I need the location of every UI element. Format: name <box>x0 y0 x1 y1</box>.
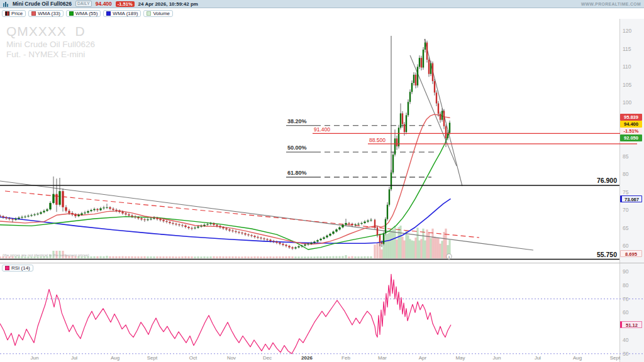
axis-badge-8.695: 8.695 <box>620 250 642 257</box>
svg-text:115: 115 <box>623 46 631 52</box>
x-axis-label-Aug: Aug <box>573 355 582 361</box>
indicator-legend-bar: PriceWMA (33)WMA (55)WMA (189)Volume <box>0 8 644 19</box>
axis-badge--1.51pct: -1.51% <box>620 128 642 134</box>
x-axis-label-Aug: Aug <box>111 355 119 361</box>
x-axis-label-Sept: Sept <box>610 355 621 361</box>
legend-color-swatch <box>106 11 111 16</box>
legend-chip-wma-189[interactable]: WMA (189) <box>103 10 141 17</box>
rsi-legend-chip[interactable]: RSI (14) <box>2 265 33 272</box>
axis-badge-94.400: 94.400 <box>620 121 642 128</box>
legend-chip-price[interactable]: Price <box>2 10 26 17</box>
x-axis-label-Jul: Jul <box>535 355 541 361</box>
svg-text:90: 90 <box>623 268 629 275</box>
axis-badge-73.067: 73.067 <box>620 195 642 202</box>
x-axis-label-Jul: Jul <box>71 355 77 361</box>
legend-label: Volume <box>153 11 170 16</box>
legend-label: WMA (189) <box>113 11 138 16</box>
x-axis-label-Nov: Nov <box>227 355 236 361</box>
axis-badge-92.050: 92.050 <box>620 134 642 141</box>
x-axis-label-Mar: Mar <box>378 355 387 361</box>
change-percent-badge: -1.51% <box>116 1 135 7</box>
trading-platform-window: { "header": { "instrument": "Mini Crude … <box>0 0 644 362</box>
fib-label: 61.80% <box>287 170 307 176</box>
last-price: 94.400 <box>96 1 112 7</box>
app-chart-icon <box>3 1 9 7</box>
legend-color-swatch <box>69 11 74 16</box>
instrument-name: Mini Crude Oil Full0626 <box>13 1 72 7</box>
fib-label: 50.00% <box>287 145 307 151</box>
legend-color-swatch <box>31 11 36 16</box>
x-axis-labels[interactable]: JunJulAugSeptOctNovDec2026FebMarAprMayJu… <box>31 355 621 361</box>
x-axis-label-2026: 2026 <box>301 355 313 361</box>
legend-chip-volume[interactable]: Volume <box>143 10 173 17</box>
red-level-label: 88.500 <box>369 137 386 143</box>
black-price-lines[interactable]: 76.90055.750 <box>0 177 619 260</box>
site-watermark: WWW.PROREALTIME.COM <box>581 2 641 6</box>
svg-text:60: 60 <box>623 243 629 249</box>
top-bar: Mini Crude Oil Full0626 DAILY 94.400 -1.… <box>0 0 644 8</box>
x-axis-label-May: May <box>455 355 465 361</box>
svg-text:60: 60 <box>623 309 629 315</box>
red-price-lines[interactable]: 91.40088.500 <box>313 126 637 144</box>
trendline-drawings[interactable] <box>0 36 533 250</box>
axis-badge-95.839: 95.839 <box>620 114 642 121</box>
x-axis-label-Dec: Dec <box>263 355 272 361</box>
legend-chip-wma-55[interactable]: WMA (55) <box>66 10 101 17</box>
rsi-line <box>0 274 451 353</box>
svg-text:80: 80 <box>623 282 629 288</box>
black-level-label: 55.750 <box>597 251 617 258</box>
x-axis-label-Feb: Feb <box>341 355 350 361</box>
candlestick-series <box>0 39 450 250</box>
x-axis-label-Jun: Jun <box>493 355 501 361</box>
legend-color-swatch <box>5 11 9 16</box>
fibonacci-levels[interactable]: 38.20%50.00%61.80% <box>286 118 434 177</box>
legend-color-swatch <box>147 11 151 16</box>
x-axis-label-Sept: Sept <box>147 355 158 361</box>
timeframe-chip[interactable]: DAILY <box>75 1 92 7</box>
datetime-label: 24 Apr 2026, 10:59:42 pm <box>138 1 198 7</box>
svg-text:70: 70 <box>623 296 629 302</box>
svg-text:65: 65 <box>623 225 629 231</box>
price-chart-canvas[interactable]: 1201151101051009085807570656038.20%50.00… <box>0 0 644 362</box>
x-axis-label-Apr: Apr <box>419 355 427 361</box>
fib-label: 38.20% <box>287 118 307 124</box>
legend-label: Price <box>11 11 23 16</box>
red-level-label: 91.400 <box>314 126 330 133</box>
black-level-label: 76.900 <box>597 177 617 184</box>
rsi-value-badge: 51.12 <box>620 321 642 328</box>
x-axis-label-Jun: Jun <box>31 355 39 361</box>
svg-text:85: 85 <box>623 153 629 160</box>
legend-label: WMA (55) <box>75 11 98 16</box>
rsi-threshold-lines <box>0 299 644 354</box>
rsi-color-swatch <box>5 266 9 270</box>
svg-text:75: 75 <box>623 189 629 195</box>
wma189-line <box>0 199 450 244</box>
legend-label: WMA (33) <box>38 11 60 16</box>
legend-chip-wma-33[interactable]: WMA (33) <box>28 10 64 17</box>
svg-text:40: 40 <box>623 337 629 343</box>
svg-text:110: 110 <box>623 63 631 70</box>
wma55-line <box>0 131 450 250</box>
svg-text:80: 80 <box>623 171 629 177</box>
rsi-legend-label: RSI (14) <box>11 265 30 271</box>
x-axis-label-Oct: Oct <box>189 355 197 361</box>
svg-text:30: 30 <box>623 351 629 357</box>
settlement-prices-footnote: (the prices are not identical to the set… <box>3 253 89 257</box>
info-icon[interactable]: i <box>447 254 452 259</box>
svg-text:105: 105 <box>623 82 631 88</box>
svg-text:100: 100 <box>623 99 631 106</box>
svg-text:120: 120 <box>623 28 631 34</box>
svg-text:70: 70 <box>623 207 629 213</box>
